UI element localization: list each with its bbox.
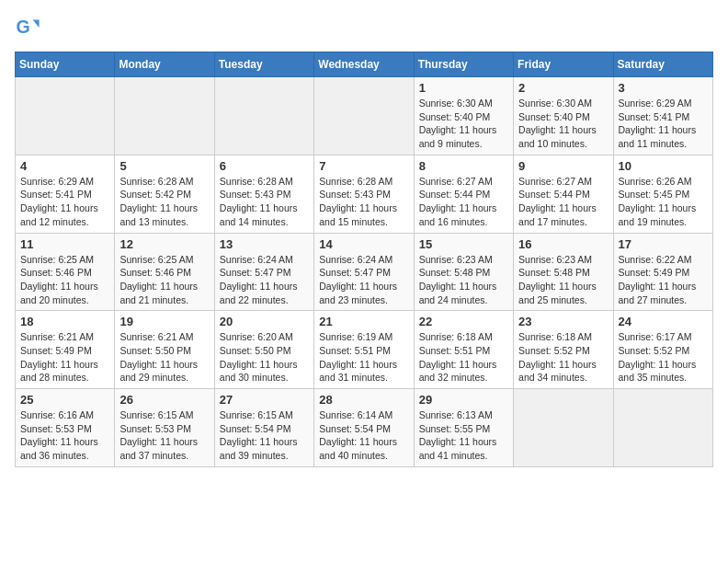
- calendar-cell: 25Sunrise: 6:16 AMSunset: 5:53 PMDayligh…: [16, 389, 115, 467]
- calendar-cell: [214, 77, 313, 155]
- day-info: Sunrise: 6:23 AMSunset: 5:48 PMDaylight:…: [518, 253, 608, 307]
- calendar-cell: 27Sunrise: 6:15 AMSunset: 5:54 PMDayligh…: [214, 389, 313, 467]
- day-info: Sunrise: 6:30 AMSunset: 5:40 PMDaylight:…: [419, 97, 508, 151]
- day-number: 4: [20, 159, 109, 173]
- calendar-cell: 3Sunrise: 6:29 AMSunset: 5:41 PMDaylight…: [613, 77, 712, 155]
- calendar-cell: 18Sunrise: 6:21 AMSunset: 5:49 PMDayligh…: [16, 311, 115, 389]
- calendar-cell: 22Sunrise: 6:18 AMSunset: 5:51 PMDayligh…: [414, 311, 513, 389]
- calendar-cell: 8Sunrise: 6:27 AMSunset: 5:44 PMDaylight…: [414, 155, 513, 233]
- calendar-cell: 21Sunrise: 6:19 AMSunset: 5:51 PMDayligh…: [314, 311, 414, 389]
- day-number: 9: [518, 159, 608, 173]
- day-info: Sunrise: 6:28 AMSunset: 5:43 PMDaylight:…: [319, 175, 408, 229]
- day-number: 25: [20, 393, 109, 407]
- column-header-tuesday: Tuesday: [214, 52, 313, 77]
- day-number: 11: [20, 237, 109, 251]
- day-number: 3: [619, 81, 708, 95]
- column-header-thursday: Thursday: [414, 52, 513, 77]
- calendar-cell: 26Sunrise: 6:15 AMSunset: 5:53 PMDayligh…: [115, 389, 214, 467]
- calendar-cell: 1Sunrise: 6:30 AMSunset: 5:40 PMDaylight…: [414, 77, 513, 155]
- calendar-cell: 7Sunrise: 6:28 AMSunset: 5:43 PMDaylight…: [314, 155, 414, 233]
- logo: G: [15, 15, 44, 40]
- day-info: Sunrise: 6:25 AMSunset: 5:46 PMDaylight:…: [119, 253, 209, 307]
- calendar-cell: [115, 77, 214, 155]
- calendar-cell: 14Sunrise: 6:24 AMSunset: 5:47 PMDayligh…: [314, 233, 414, 311]
- day-info: Sunrise: 6:28 AMSunset: 5:42 PMDaylight:…: [119, 175, 209, 229]
- day-info: Sunrise: 6:29 AMSunset: 5:41 PMDaylight:…: [619, 97, 708, 151]
- day-info: Sunrise: 6:18 AMSunset: 5:52 PMDaylight:…: [518, 330, 608, 385]
- day-number: 26: [119, 393, 209, 407]
- day-number: 2: [518, 81, 608, 95]
- day-number: 29: [419, 393, 508, 407]
- calendar-cell: 28Sunrise: 6:14 AMSunset: 5:54 PMDayligh…: [314, 389, 414, 467]
- day-number: 12: [119, 237, 209, 251]
- calendar-cell: 10Sunrise: 6:26 AMSunset: 5:45 PMDayligh…: [613, 155, 712, 233]
- svg-marker-1: [33, 20, 40, 28]
- column-header-saturday: Saturday: [613, 52, 712, 77]
- day-info: Sunrise: 6:29 AMSunset: 5:41 PMDaylight:…: [20, 175, 109, 229]
- day-info: Sunrise: 6:19 AMSunset: 5:51 PMDaylight:…: [319, 330, 408, 385]
- calendar-week-row: 11Sunrise: 6:25 AMSunset: 5:46 PMDayligh…: [16, 233, 713, 311]
- calendar-cell: 12Sunrise: 6:25 AMSunset: 5:46 PMDayligh…: [115, 233, 214, 311]
- day-number: 7: [319, 159, 408, 173]
- svg-text:G: G: [16, 17, 29, 37]
- day-info: Sunrise: 6:17 AMSunset: 5:52 PMDaylight:…: [619, 330, 708, 385]
- calendar-cell: 4Sunrise: 6:29 AMSunset: 5:41 PMDaylight…: [16, 155, 115, 233]
- day-info: Sunrise: 6:13 AMSunset: 5:55 PMDaylight:…: [419, 408, 508, 463]
- day-info: Sunrise: 6:15 AMSunset: 5:53 PMDaylight:…: [119, 408, 209, 463]
- day-info: Sunrise: 6:27 AMSunset: 5:44 PMDaylight:…: [419, 175, 508, 229]
- calendar-cell: [314, 77, 414, 155]
- day-info: Sunrise: 6:27 AMSunset: 5:44 PMDaylight:…: [518, 175, 608, 229]
- calendar-week-row: 18Sunrise: 6:21 AMSunset: 5:49 PMDayligh…: [16, 311, 713, 389]
- calendar-week-row: 25Sunrise: 6:16 AMSunset: 5:53 PMDayligh…: [16, 389, 713, 467]
- day-number: 1: [419, 81, 508, 95]
- calendar-cell: 15Sunrise: 6:23 AMSunset: 5:48 PMDayligh…: [414, 233, 513, 311]
- day-number: 22: [419, 315, 508, 328]
- page-header: G: [15, 15, 713, 40]
- calendar-cell: 16Sunrise: 6:23 AMSunset: 5:48 PMDayligh…: [514, 233, 613, 311]
- day-info: Sunrise: 6:21 AMSunset: 5:50 PMDaylight:…: [119, 330, 209, 385]
- day-number: 5: [119, 159, 209, 173]
- calendar-cell: 19Sunrise: 6:21 AMSunset: 5:50 PMDayligh…: [115, 311, 214, 389]
- calendar-cell: [16, 77, 115, 155]
- day-number: 28: [319, 393, 408, 407]
- day-number: 6: [220, 159, 309, 173]
- calendar-cell: 13Sunrise: 6:24 AMSunset: 5:47 PMDayligh…: [214, 233, 313, 311]
- day-number: 16: [518, 237, 608, 251]
- day-info: Sunrise: 6:15 AMSunset: 5:54 PMDaylight:…: [220, 408, 309, 463]
- day-number: 18: [20, 315, 109, 328]
- day-info: Sunrise: 6:22 AMSunset: 5:49 PMDaylight:…: [619, 253, 708, 307]
- calendar-cell: 6Sunrise: 6:28 AMSunset: 5:43 PMDaylight…: [214, 155, 313, 233]
- day-info: Sunrise: 6:14 AMSunset: 5:54 PMDaylight:…: [319, 408, 408, 463]
- column-header-monday: Monday: [115, 52, 214, 77]
- day-info: Sunrise: 6:25 AMSunset: 5:46 PMDaylight:…: [20, 253, 109, 307]
- day-info: Sunrise: 6:28 AMSunset: 5:43 PMDaylight:…: [220, 175, 309, 229]
- column-header-wednesday: Wednesday: [314, 52, 414, 77]
- day-number: 19: [119, 315, 209, 328]
- day-number: 13: [220, 237, 309, 251]
- day-info: Sunrise: 6:26 AMSunset: 5:45 PMDaylight:…: [619, 175, 708, 229]
- day-number: 23: [518, 315, 608, 328]
- calendar-cell: 11Sunrise: 6:25 AMSunset: 5:46 PMDayligh…: [16, 233, 115, 311]
- day-number: 27: [220, 393, 309, 407]
- calendar-cell: [613, 389, 712, 467]
- day-number: 10: [619, 159, 708, 173]
- day-info: Sunrise: 6:21 AMSunset: 5:49 PMDaylight:…: [20, 330, 109, 385]
- day-number: 24: [619, 315, 708, 328]
- day-number: 14: [319, 237, 408, 251]
- logo-icon: G: [15, 15, 40, 40]
- calendar-week-row: 4Sunrise: 6:29 AMSunset: 5:41 PMDaylight…: [16, 155, 713, 233]
- day-info: Sunrise: 6:16 AMSunset: 5:53 PMDaylight:…: [20, 408, 109, 463]
- calendar-cell: 5Sunrise: 6:28 AMSunset: 5:42 PMDaylight…: [115, 155, 214, 233]
- calendar-header-row: SundayMondayTuesdayWednesdayThursdayFrid…: [16, 52, 713, 77]
- day-info: Sunrise: 6:18 AMSunset: 5:51 PMDaylight:…: [419, 330, 508, 385]
- day-number: 21: [319, 315, 408, 328]
- day-info: Sunrise: 6:30 AMSunset: 5:40 PMDaylight:…: [518, 97, 608, 151]
- day-number: 15: [419, 237, 508, 251]
- calendar-cell: 9Sunrise: 6:27 AMSunset: 5:44 PMDaylight…: [514, 155, 613, 233]
- day-info: Sunrise: 6:23 AMSunset: 5:48 PMDaylight:…: [419, 253, 508, 307]
- day-info: Sunrise: 6:24 AMSunset: 5:47 PMDaylight:…: [220, 253, 309, 307]
- day-info: Sunrise: 6:24 AMSunset: 5:47 PMDaylight:…: [319, 253, 408, 307]
- column-header-sunday: Sunday: [16, 52, 115, 77]
- day-number: 20: [220, 315, 309, 328]
- calendar-cell: 17Sunrise: 6:22 AMSunset: 5:49 PMDayligh…: [613, 233, 712, 311]
